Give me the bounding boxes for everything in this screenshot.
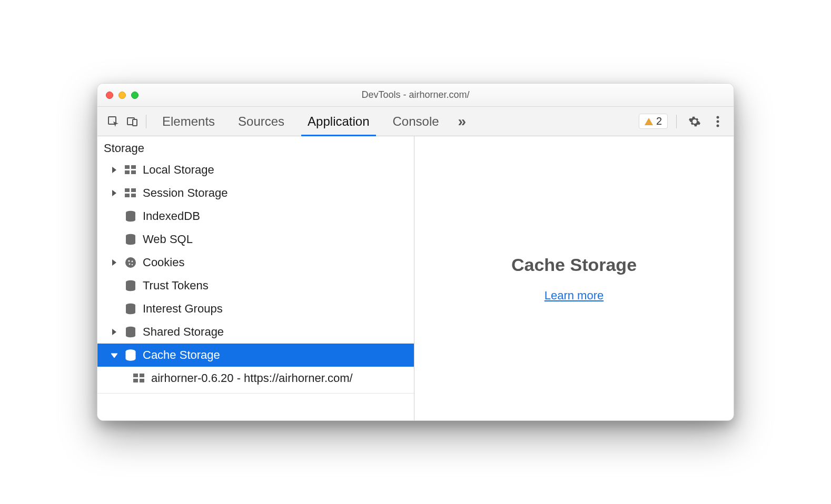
svg-point-19 xyxy=(129,264,131,265)
chevron-right-icon[interactable] xyxy=(111,190,118,196)
titlebar: DevTools - airhorner.com/ xyxy=(97,84,734,107)
svg-rect-11 xyxy=(131,188,136,192)
svg-point-3 xyxy=(717,116,719,118)
svg-rect-25 xyxy=(133,374,138,377)
svg-rect-28 xyxy=(140,379,144,382)
tree-item-label: Local Storage xyxy=(143,163,214,177)
application-sidebar: Storage Local StorageSession StorageInde… xyxy=(97,136,414,420)
tab-application[interactable]: Application xyxy=(296,107,381,136)
device-toggle-icon[interactable] xyxy=(123,112,142,131)
svg-rect-12 xyxy=(125,194,130,197)
svg-point-17 xyxy=(128,260,130,261)
tab-sources[interactable]: Sources xyxy=(226,107,296,136)
tab-label: Sources xyxy=(238,114,284,129)
storage-tree: Local StorageSession StorageIndexedDBWeb… xyxy=(97,158,414,390)
close-window-button[interactable] xyxy=(106,92,113,99)
cookie-icon xyxy=(124,257,137,268)
svg-point-20 xyxy=(132,264,133,265)
chevron-right-icon[interactable] xyxy=(111,329,118,335)
warnings-badge[interactable]: 2 xyxy=(639,114,668,129)
tree-item-trust-tokens[interactable]: Trust Tokens xyxy=(97,274,414,297)
db-icon xyxy=(124,303,137,315)
db-icon xyxy=(124,210,137,222)
learn-more-link[interactable]: Learn more xyxy=(545,289,604,303)
toolbar-divider xyxy=(146,115,146,128)
tab-label: Application xyxy=(308,114,369,129)
svg-rect-2 xyxy=(133,119,137,126)
tree-item-local-storage[interactable]: Local Storage xyxy=(97,158,414,182)
tab-console[interactable]: Console xyxy=(381,107,451,136)
content-area: Storage Local StorageSession StorageInde… xyxy=(97,136,734,420)
main-panel: Cache Storage Learn more xyxy=(414,136,734,420)
chevron-right-icon[interactable] xyxy=(111,259,118,266)
devtools-toolbar: Elements Sources Application Console » 2 xyxy=(97,107,734,136)
devtools-window: DevTools - airhorner.com/ Elements Sourc… xyxy=(97,83,734,421)
grid-icon xyxy=(132,372,146,384)
svg-rect-13 xyxy=(131,194,136,197)
grid-icon xyxy=(124,164,137,176)
tree-item-web-sql[interactable]: Web SQL xyxy=(97,228,414,251)
sidebar-section-header: Storage xyxy=(97,136,414,158)
main-heading: Cache Storage xyxy=(511,255,637,275)
more-tabs-button[interactable]: » xyxy=(451,113,474,130)
tree-item-shared-storage[interactable]: Shared Storage xyxy=(97,320,414,344)
tree-item-interest-groups[interactable]: Interest Groups xyxy=(97,297,414,320)
tree-item-label: Interest Groups xyxy=(143,302,223,316)
svg-rect-8 xyxy=(125,170,130,174)
window-title: DevTools - airhorner.com/ xyxy=(97,89,734,100)
svg-rect-9 xyxy=(131,170,136,174)
svg-rect-26 xyxy=(140,374,144,377)
tree-item-label: airhorner-0.6.20 - https://airhorner.com… xyxy=(151,371,353,385)
tree-item-cookies[interactable]: Cookies xyxy=(97,251,414,274)
chevron-down-icon[interactable] xyxy=(111,352,118,358)
tree-item-label: Cache Storage xyxy=(143,348,220,362)
tree-item-session-storage[interactable]: Session Storage xyxy=(97,182,414,205)
svg-rect-27 xyxy=(133,379,138,382)
tab-label: Console xyxy=(393,114,439,129)
tree-item-cache-entry[interactable]: airhorner-0.6.20 - https://airhorner.com… xyxy=(97,367,414,390)
zoom-window-button[interactable] xyxy=(131,92,138,99)
kebab-icon xyxy=(716,116,719,127)
gear-icon xyxy=(688,115,701,128)
tree-item-cache-storage[interactable]: Cache Storage xyxy=(97,344,414,367)
chevron-right-icon[interactable] xyxy=(111,167,118,173)
tree-item-indexeddb[interactable]: IndexedDB xyxy=(97,205,414,228)
tree-item-label: Session Storage xyxy=(143,186,227,200)
tab-label: Elements xyxy=(162,114,215,129)
warning-icon xyxy=(645,118,653,125)
db-icon xyxy=(124,280,137,291)
minimize-window-button[interactable] xyxy=(118,92,126,99)
toolbar-right: 2 xyxy=(639,112,727,131)
settings-button[interactable] xyxy=(685,112,704,131)
tab-elements[interactable]: Elements xyxy=(151,107,226,136)
svg-rect-6 xyxy=(125,165,130,169)
tree-item-label: Shared Storage xyxy=(143,325,224,339)
warning-count: 2 xyxy=(656,115,662,127)
sidebar-separator xyxy=(97,393,414,394)
svg-rect-10 xyxy=(125,188,130,192)
tree-item-label: Trust Tokens xyxy=(143,279,209,293)
panel-tabs: Elements Sources Application Console xyxy=(151,107,451,136)
db-icon xyxy=(124,234,137,245)
svg-point-18 xyxy=(132,261,133,263)
traffic-lights xyxy=(106,92,138,99)
db-icon xyxy=(124,326,137,338)
db-icon xyxy=(124,349,137,361)
tree-item-label: Cookies xyxy=(143,256,184,269)
grid-icon xyxy=(124,187,137,199)
svg-point-5 xyxy=(717,124,719,127)
toolbar-divider xyxy=(676,115,677,128)
more-options-button[interactable] xyxy=(708,112,727,131)
tree-item-label: IndexedDB xyxy=(143,209,200,223)
svg-point-4 xyxy=(717,120,719,123)
inspect-element-icon[interactable] xyxy=(104,112,123,131)
svg-rect-7 xyxy=(131,165,136,169)
tree-item-label: Web SQL xyxy=(143,233,193,246)
svg-point-16 xyxy=(125,257,136,268)
